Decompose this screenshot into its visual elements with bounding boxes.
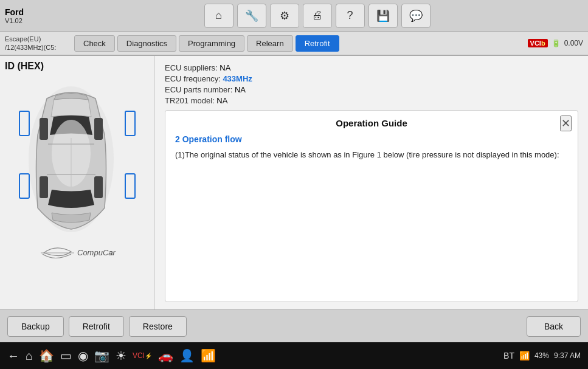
message-icon[interactable]: 💬 — [401, 4, 431, 28]
system-status: BT 📶 43% 9:37 AM — [503, 351, 581, 360]
main-content: ID (HEX) — [0, 56, 588, 309]
ecu-suppliers-row: ECU suppliers: NA — [165, 63, 578, 72]
tab-relearn[interactable]: Relearn — [247, 35, 293, 52]
operation-guide-text: (1)The original status of the vehicle is… — [175, 149, 568, 161]
signal-bars-icon[interactable]: 📶 — [201, 348, 216, 363]
operation-guide: Operation Guide ✕ 2 Operation flow (1)Th… — [165, 110, 578, 302]
brand-name: Ford — [5, 7, 47, 17]
ecu-frequency-row: ECU frequency: 433MHz — [165, 74, 578, 83]
car-connect-icon[interactable]: 🚗 — [158, 348, 173, 363]
logo-area: CompuCar ® — [38, 241, 117, 266]
tire-front-left — [19, 111, 30, 136]
brand-version: V1.02 — [5, 17, 47, 24]
tabbar: Escape(EU) /12(433MHz)(C5: Check Diagnos… — [0, 32, 588, 56]
operation-guide-subtitle: 2 Operation flow — [175, 134, 568, 144]
voltage-display: 0.00V — [564, 39, 583, 47]
help-icon[interactable]: ? — [336, 4, 365, 28]
print-icon[interactable]: 🖨 — [303, 4, 332, 28]
brand-info: Ford V1.02 — [5, 7, 47, 24]
ecu-frequency-value: 433MHz — [223, 74, 252, 83]
wifi-icon: 📶 — [519, 351, 530, 360]
tab-check[interactable]: Check — [74, 35, 115, 52]
vci-badge: VCIb — [528, 39, 548, 47]
vehicle-line1: Escape(EU) — [5, 35, 72, 43]
time-display: 9:37 AM — [554, 351, 581, 360]
recent-apps-icon[interactable]: ▭ — [60, 348, 72, 363]
tire-rear-right — [125, 173, 136, 199]
app-home-icon[interactable]: 🏠 — [39, 348, 54, 363]
camera-icon[interactable]: 📷 — [94, 348, 109, 363]
vehicle-info: Escape(EU) /12(433MHz)(C5: — [5, 35, 72, 52]
right-panel: ECU suppliers: NA ECU frequency: 433MHz … — [155, 56, 588, 309]
toolbar: Ford V1.02 ⌂ 🔧 ⚙ 🖨 ? 💾 💬 — [0, 0, 588, 32]
ecu-model-row: TR201 model: NA — [165, 96, 578, 105]
tire-front-right — [125, 111, 136, 136]
operation-guide-close-button[interactable]: ✕ — [560, 116, 572, 131]
browser-icon[interactable]: ◉ — [78, 348, 88, 363]
backup-button[interactable]: Backup — [7, 316, 64, 337]
left-panel: ID (HEX) — [0, 56, 155, 309]
tools-icon[interactable]: 🔧 — [237, 4, 266, 28]
battery-status: 43% — [534, 351, 549, 360]
vci-info: VCIb 🔋 0.00V — [528, 39, 583, 47]
vci-status-icon[interactable]: VCI⚡ — [133, 351, 152, 360]
battery-icon: 🔋 — [552, 39, 561, 47]
brightness-icon[interactable]: ☀ — [116, 348, 126, 363]
tab-diagnostics[interactable]: Diagnostics — [117, 35, 176, 52]
ecu-parts-row: ECU parts number: NA — [165, 85, 578, 94]
home-icon[interactable]: ⌂ — [204, 4, 233, 28]
system-bar: ← ⌂ 🏠 ▭ ◉ 📷 ☀ VCI⚡ 🚗 👤 📶 BT 📶 43% 9:37 A… — [0, 342, 588, 369]
ecu-parts-value: NA — [235, 85, 246, 94]
tire-rear-left — [19, 173, 30, 199]
user-profile-icon[interactable]: 👤 — [179, 348, 195, 363]
ecu-model-label: TR201 model: — [165, 96, 215, 105]
home-nav-icon[interactable]: ⌂ — [26, 349, 33, 363]
ecu-suppliers-label: ECU suppliers: — [165, 63, 218, 72]
tab-retrofit[interactable]: Retrofit — [296, 35, 339, 52]
ecu-parts-label: ECU parts number: — [165, 85, 232, 94]
save-icon[interactable]: 💾 — [368, 4, 398, 28]
bluetooth-icon: BT — [503, 351, 514, 360]
gear-icon[interactable]: ⚙ — [270, 4, 299, 28]
svg-text:®: ® — [109, 250, 114, 257]
ecu-frequency-label: ECU frequency: — [165, 74, 221, 83]
car-diagram — [10, 74, 144, 238]
action-bar: Backup Retrofit Restore Back — [0, 309, 588, 342]
svg-rect-8 — [94, 176, 103, 198]
car-svg — [10, 74, 132, 238]
svg-rect-7 — [40, 176, 48, 198]
ecu-suppliers-value: NA — [220, 63, 230, 72]
restore-button[interactable]: Restore — [129, 316, 187, 337]
ecu-info: ECU suppliers: NA ECU frequency: 433MHz … — [165, 63, 578, 105]
vehicle-line2: /12(433MHz)(C5: — [5, 43, 72, 52]
svg-rect-6 — [94, 118, 103, 140]
back-nav-icon[interactable]: ← — [7, 349, 19, 363]
compucar-logo: CompuCar ® — [38, 241, 117, 264]
tab-programming[interactable]: Programming — [179, 35, 244, 52]
retrofit-button[interactable]: Retrofit — [69, 316, 124, 337]
operation-guide-title: Operation Guide — [175, 118, 568, 128]
back-button[interactable]: Back — [527, 316, 581, 337]
ecu-model-value: NA — [216, 96, 227, 105]
toolbar-icons: ⌂ 🔧 ⚙ 🖨 ? 💾 💬 — [51, 4, 583, 28]
svg-rect-5 — [40, 118, 48, 140]
id-hex-label: ID (HEX) — [5, 61, 44, 72]
